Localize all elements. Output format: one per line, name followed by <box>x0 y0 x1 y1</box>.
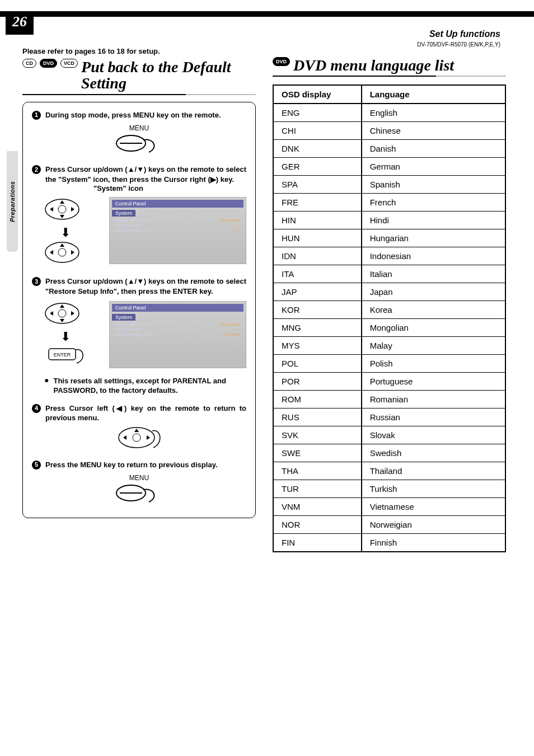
menu-button-icon <box>114 133 165 157</box>
step-number-icon: 2 <box>32 165 41 174</box>
menu-label: MENU <box>32 124 246 132</box>
left-title-row: CD DVD VCD Put back to the Default Setti… <box>22 59 256 92</box>
left-title: Put back to the Default Setting <box>81 59 256 92</box>
language-name: Romanian <box>362 391 505 408</box>
svg-marker-18 <box>71 311 74 316</box>
svg-point-14 <box>58 309 66 317</box>
bullet-icon: ● <box>44 376 49 396</box>
osd-code: IDN <box>273 247 362 265</box>
osd-title: Control Panel <box>112 304 243 312</box>
osd-row-key: Picture slide scale <box>115 218 151 223</box>
svg-marker-10 <box>60 243 64 247</box>
language-name: Malay <box>362 337 505 355</box>
language-name: Russian <box>362 408 505 426</box>
svg-marker-4 <box>60 200 64 204</box>
badge-dvd: DVD <box>40 59 57 68</box>
osd-code: KOR <box>273 301 362 319</box>
osd-code: ENG <box>273 104 362 122</box>
right-column: DVD DVD menu language list OSD display L… <box>273 47 506 552</box>
svg-marker-5 <box>60 215 64 218</box>
table-row: HUNHungarian <box>273 229 505 247</box>
setup-note: Please refer to pages 16 to 18 for setup… <box>22 47 256 55</box>
svg-marker-6 <box>50 207 53 212</box>
table-row: FREFrench <box>273 194 505 212</box>
steps-box: 1 During stop mode, press MENU key on th… <box>22 102 256 518</box>
badge-cd: CD <box>22 59 36 68</box>
osd-code: ITA <box>273 265 362 283</box>
osd-code: JAP <box>273 283 362 301</box>
table-row: FINFinnish <box>273 534 505 552</box>
table-row: TURTurkish <box>273 480 505 498</box>
language-name: Danish <box>362 140 505 158</box>
language-name: Hindi <box>362 212 505 229</box>
table-row: ITAItalian <box>273 265 505 283</box>
table-row: RUSRussian <box>273 408 505 426</box>
language-name: Slovak <box>362 426 505 444</box>
osd-code: ROM <box>273 391 362 408</box>
osd-row-key: Rating Level <box>115 223 140 228</box>
osd-code: SPA <box>273 176 362 194</box>
step-text: Press the MENU key to return to previous… <box>45 460 218 470</box>
language-name: English <box>362 104 505 122</box>
system-icon-label: "System" icon <box>93 184 246 192</box>
step-number-icon: 3 <box>32 277 41 286</box>
dpad-icon <box>43 301 88 328</box>
osd-row-val: —— <box>231 223 240 228</box>
osd-screenshot: Control Panel System Picture slide scale… <box>109 301 246 368</box>
language-name: Vietnamese <box>362 498 505 516</box>
table-row: JAPJapan <box>273 283 505 301</box>
enter-button-icon: ENTER <box>43 344 88 367</box>
osd-code: FIN <box>273 534 362 552</box>
language-name: Swedish <box>362 444 505 462</box>
header-right: Set Up functions DV-705/DVF-R5070 (EN/K,… <box>417 29 500 48</box>
osd-row-val: Automatic <box>220 322 240 327</box>
menu-button-icon <box>114 483 165 506</box>
side-tab-preparations: Preparations <box>7 151 18 252</box>
language-name: Polish <box>362 355 505 373</box>
left-column: Please refer to pages 16 to 18 for setup… <box>22 47 256 552</box>
language-name: Indonesian <box>362 247 505 265</box>
language-name: Turkish <box>362 480 505 498</box>
osd-code: MYS <box>273 337 362 355</box>
osd-row-key: Restore Setup Info <box>115 228 153 233</box>
step-4: 4 Press Cursor left (◀) key on the remot… <box>32 403 246 452</box>
osd-code: POR <box>273 373 362 391</box>
svg-marker-15 <box>60 304 64 308</box>
osd-row-key: Rating Level <box>115 327 140 332</box>
svg-marker-16 <box>60 319 64 322</box>
table-header-osd: OSD display <box>273 85 362 104</box>
title-underline <box>273 76 506 77</box>
language-name: Finnish <box>362 534 505 552</box>
language-name: Chinese <box>362 122 505 140</box>
osd-row-val: —— <box>231 327 240 332</box>
language-name: Mongolian <box>362 319 505 337</box>
osd-code: POL <box>273 355 362 373</box>
svg-marker-24 <box>123 435 127 440</box>
reset-note-text: This resets all settings, except for PAR… <box>53 376 246 396</box>
language-name: Hungarian <box>362 229 505 247</box>
step-text: Press Cursor left (◀) key on the remote … <box>45 403 246 423</box>
language-name: Italian <box>362 265 505 283</box>
table-row: PORPortuguese <box>273 373 505 391</box>
dpad-illustration: ⬇ ENTER <box>32 301 99 368</box>
top-bar <box>0 11 534 17</box>
language-name: Portuguese <box>362 373 505 391</box>
osd-section: System <box>112 210 135 217</box>
badge-vcd: VCD <box>60 59 78 68</box>
svg-marker-7 <box>71 207 74 212</box>
osd-row-val: Automatic <box>220 218 240 223</box>
table-row: ENGEnglish <box>273 104 505 122</box>
language-name: Korea <box>362 301 505 319</box>
osd-code: SWE <box>273 444 362 462</box>
step-text: During stop mode, press MENU key on the … <box>45 110 221 120</box>
table-row: KORKorea <box>273 301 505 319</box>
language-name: Spanish <box>362 176 505 194</box>
svg-marker-12 <box>71 250 74 255</box>
svg-marker-17 <box>50 311 53 316</box>
step-number-icon: 1 <box>32 111 41 120</box>
step-number-icon: 5 <box>32 461 41 469</box>
step-number-icon: 4 <box>32 404 41 413</box>
osd-code: RUS <box>273 408 362 426</box>
step-text: Press Cursor up/down (▲/▼) keys on the r… <box>45 165 246 184</box>
step-5: 5 Press the MENU key to return to previo… <box>32 460 246 507</box>
